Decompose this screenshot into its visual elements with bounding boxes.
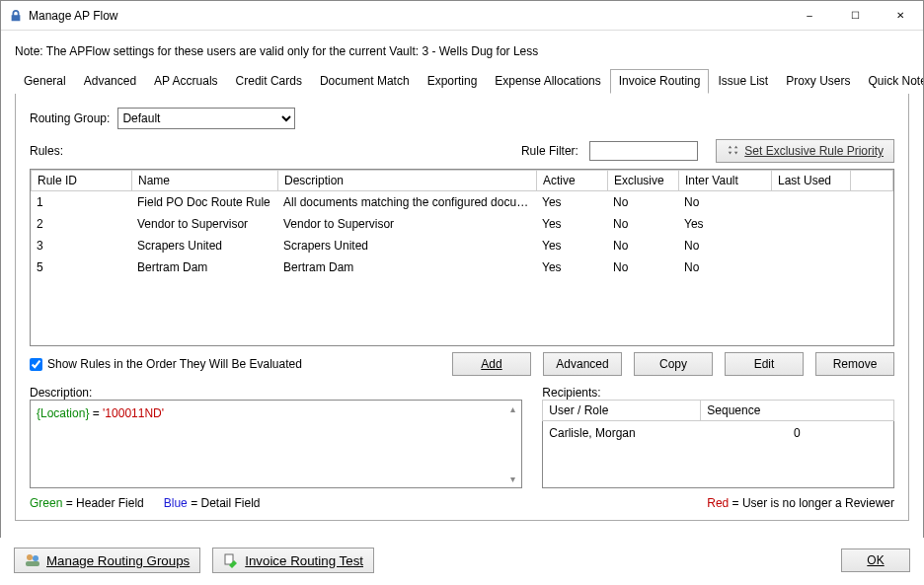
legend-blue-text: = Detail Field — [188, 496, 261, 510]
tab-document-match[interactable]: Document Match — [311, 69, 419, 94]
copy-button[interactable]: Copy — [634, 352, 713, 376]
lock-icon — [9, 9, 23, 23]
tab-general[interactable]: General — [15, 69, 75, 94]
vault-note: Note: The APFlow settings for these user… — [15, 40, 909, 68]
tab-credit-cards[interactable]: Credit Cards — [227, 69, 311, 94]
table-row[interactable]: 2Vendor to SupervisorVendor to Superviso… — [31, 213, 893, 235]
desc-field-token: {Location} — [37, 406, 89, 420]
desc-value-token: '100011ND' — [103, 406, 164, 420]
col-rule-id[interactable]: Rule ID — [32, 171, 132, 191]
table-row[interactable]: 3Scrapers UnitedScrapers UnitedYesNoNo — [31, 235, 893, 256]
col-spacer — [851, 171, 893, 191]
set-exclusive-priority-button[interactable]: Set Exclusive Rule Priority — [716, 139, 894, 163]
rules-grid[interactable]: Rule ID Name Description Active Exclusiv… — [30, 169, 894, 346]
description-field[interactable]: {Location} = '100011ND' ▴ ▾ — [30, 400, 522, 488]
routing-group-label: Routing Group: — [30, 111, 110, 125]
rule-filter-label: Rule Filter: — [521, 144, 578, 158]
set-exclusive-priority-label: Set Exclusive Rule Priority — [744, 144, 884, 158]
legend-green-text: = Header Field — [62, 496, 143, 510]
recipient-user: Carlisle, Morgan — [543, 421, 701, 445]
manage-routing-groups-button[interactable]: Manage Routing Groups — [14, 548, 200, 573]
rule-filter-input[interactable] — [589, 141, 698, 161]
add-button[interactable]: Add — [452, 352, 531, 376]
legend-blue: Blue — [164, 496, 188, 510]
invoice-routing-test-label: Invoice Routing Test — [245, 553, 363, 568]
maximize-button[interactable]: ☐ — [832, 1, 878, 31]
legend-red-text: = User is no longer a Reviewer — [729, 496, 894, 510]
recipient-seq: 0 — [701, 421, 894, 445]
tab-advanced[interactable]: Advanced — [75, 69, 145, 94]
table-row[interactable]: 5Bertram DamBertram DamYesNoNo — [31, 256, 893, 278]
rules-label: Rules: — [30, 144, 63, 158]
minimize-button[interactable]: – — [787, 1, 832, 31]
col-exclusive[interactable]: Exclusive — [608, 171, 679, 191]
show-rules-order-label: Show Rules in the Order They Will Be Eva… — [47, 357, 302, 371]
close-button[interactable]: ✕ — [878, 1, 923, 31]
tab-proxy-users[interactable]: Proxy Users — [777, 69, 859, 94]
description-label: Description: — [30, 386, 522, 400]
col-last-used[interactable]: Last Used — [772, 171, 851, 191]
remove-button[interactable]: Remove — [815, 352, 894, 376]
tab-exporting[interactable]: Exporting — [419, 69, 487, 94]
col-active[interactable]: Active — [537, 171, 608, 191]
tab-invoice-routing[interactable]: Invoice Routing — [610, 69, 710, 94]
desc-eq-token: = — [89, 406, 103, 420]
edit-button[interactable]: Edit — [725, 352, 804, 376]
col-description[interactable]: Description — [278, 171, 537, 191]
advanced-button[interactable]: Advanced — [543, 352, 622, 376]
routing-group-select[interactable]: Default — [117, 108, 295, 129]
recipients-grid[interactable]: User / Role Sequence Carlisle, Morgan 0 — [542, 400, 894, 488]
scroll-down-icon[interactable]: ▾ — [503, 471, 521, 487]
test-icon — [223, 552, 239, 568]
col-sequence[interactable]: Sequence — [701, 401, 894, 421]
titlebar: Manage AP Flow – ☐ ✕ — [1, 1, 923, 31]
tab-expense-allocations[interactable]: Expense Allocations — [486, 69, 609, 94]
table-row[interactable]: 1Field PO Doc Route RuleAll documents ma… — [31, 191, 893, 213]
legend-green: Green — [30, 496, 62, 510]
legend-red: Red — [707, 496, 729, 510]
scroll-up-icon[interactable]: ▴ — [503, 401, 521, 417]
window-title: Manage AP Flow — [29, 9, 787, 23]
users-icon — [25, 552, 40, 568]
svg-rect-2 — [26, 561, 39, 566]
tab-issue-list[interactable]: Issue List — [709, 69, 777, 94]
col-inter-vault[interactable]: Inter Vault — [679, 171, 772, 191]
tab-quick-notes[interactable]: Quick Notes — [860, 69, 925, 94]
col-name[interactable]: Name — [132, 171, 278, 191]
invoice-routing-test-button[interactable]: Invoice Routing Test — [212, 548, 374, 573]
tab-ap-accruals[interactable]: AP Accruals — [145, 69, 226, 94]
tabs: General Advanced AP Accruals Credit Card… — [15, 68, 909, 94]
ok-button[interactable]: OK — [841, 548, 910, 572]
recipients-label: Recipients: — [542, 386, 894, 400]
svg-point-0 — [27, 554, 33, 560]
manage-routing-groups-label: Manage Routing Groups — [46, 553, 190, 568]
svg-point-1 — [33, 555, 38, 561]
show-rules-order-checkbox[interactable] — [30, 358, 42, 371]
priority-arrows-icon — [727, 143, 740, 160]
col-user-role[interactable]: User / Role — [543, 401, 701, 421]
recipient-row[interactable]: Carlisle, Morgan 0 — [543, 421, 894, 445]
